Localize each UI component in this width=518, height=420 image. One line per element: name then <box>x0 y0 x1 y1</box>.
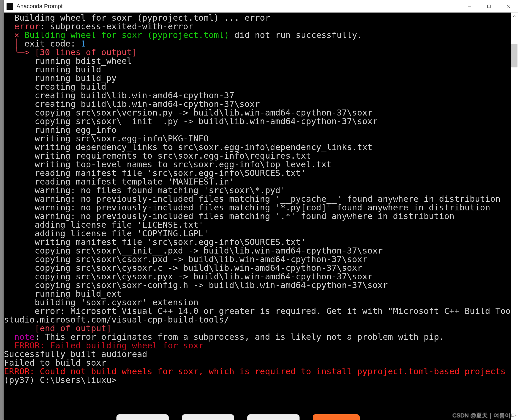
anaconda-prompt-window: Anaconda Prompt Building wheel for soxr … <box>4 0 518 420</box>
maximize-button[interactable] <box>479 0 499 12</box>
scroll-up-arrow[interactable] <box>511 13 518 20</box>
scroll-thumb[interactable] <box>511 44 517 67</box>
minimize-icon <box>468 4 472 8</box>
titlebar[interactable]: Anaconda Prompt <box>4 0 518 13</box>
window-controls <box>460 0 518 12</box>
watermark: CSDN @夏天｜여름이다 <box>452 412 516 419</box>
chevron-up-icon <box>513 15 516 18</box>
terminal-output[interactable]: Building wheel for soxr (pyproject.toml)… <box>4 13 511 420</box>
app-icon <box>7 3 13 10</box>
close-button[interactable] <box>499 0 518 12</box>
minimize-button[interactable] <box>460 0 479 12</box>
svg-rect-1 <box>488 5 491 8</box>
maximize-icon <box>487 4 491 8</box>
close-icon <box>506 4 510 8</box>
scrollbar[interactable] <box>511 13 518 420</box>
window-title: Anaconda Prompt <box>16 3 63 10</box>
